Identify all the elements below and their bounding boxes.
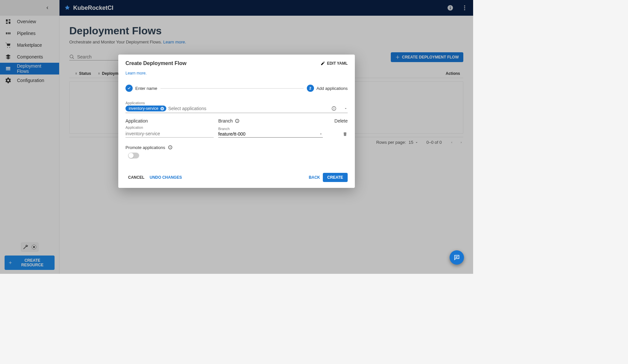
edit-yaml-button[interactable]: EDIT YAML — [321, 61, 348, 66]
chevron-down-icon[interactable] — [344, 107, 348, 110]
step-enter-name[interactable]: Enter name — [125, 85, 157, 92]
applications-trail — [331, 106, 348, 111]
undo-changes-button[interactable]: UNDO CHANGES — [147, 173, 185, 182]
info-icon[interactable] — [331, 106, 337, 111]
check-icon — [127, 86, 131, 90]
step-connector — [160, 88, 303, 89]
promote-toggle[interactable] — [128, 153, 139, 158]
chat-fab[interactable] — [450, 250, 464, 265]
applications-input[interactable] — [168, 106, 329, 111]
svg-rect-20 — [334, 108, 334, 110]
app-row: Application Branch — [125, 125, 348, 138]
back-button[interactable]: BACK — [306, 173, 323, 182]
col-application: Application — [125, 118, 218, 124]
svg-rect-23 — [237, 121, 238, 122]
cancel-button[interactable]: CANCEL — [125, 173, 147, 182]
step-add-applications[interactable]: 2 Add applications — [307, 85, 348, 92]
applications-field: Applications inventory-service — [125, 101, 348, 113]
dialog-title: Create Deployment Flow — [125, 60, 187, 66]
svg-rect-21 — [334, 107, 334, 108]
svg-rect-26 — [170, 147, 171, 148]
row-application-label: Application — [125, 125, 214, 129]
svg-rect-24 — [237, 120, 238, 120]
stepper: Enter name 2 Add applications — [125, 85, 348, 92]
dialog-header: Create Deployment Flow EDIT YAML — [125, 60, 348, 66]
promote-applications: Promote applications — [125, 145, 348, 150]
promote-label: Promote applications — [125, 145, 165, 150]
delete-row-button[interactable] — [342, 131, 348, 138]
trash-icon — [342, 131, 348, 137]
step-number-badge: 2 — [307, 85, 314, 92]
applications-row: inventory-service — [125, 106, 348, 113]
col-branch: Branch — [218, 118, 329, 124]
info-icon[interactable] — [235, 118, 240, 124]
col-delete: Delete — [335, 118, 348, 124]
dialog-actions: CANCEL UNDO CHANGES BACK CREATE — [125, 173, 348, 182]
applications-label: Applications — [125, 101, 348, 105]
info-icon[interactable] — [168, 145, 173, 150]
row-branch-label: Branch — [218, 127, 323, 131]
row-branch-value[interactable] — [218, 131, 319, 137]
row-application-field: Application — [125, 125, 214, 138]
step-check-badge — [125, 85, 133, 92]
chat-icon — [454, 254, 460, 261]
chevron-down-icon — [319, 132, 323, 136]
dialog-learn-more[interactable]: Learn more. — [125, 71, 348, 75]
row-application-value — [125, 130, 214, 138]
columns-header: Application Branch Delete — [125, 118, 348, 124]
remove-chip-icon[interactable] — [160, 107, 164, 111]
svg-rect-27 — [170, 146, 171, 146]
pencil-icon — [321, 61, 325, 66]
create-button[interactable]: CREATE — [323, 173, 348, 182]
row-branch-field: Branch — [218, 127, 323, 138]
application-chip: inventory-service — [125, 106, 166, 111]
row-branch-select[interactable] — [218, 131, 323, 138]
create-deployment-flow-dialog: Create Deployment Flow EDIT YAML Learn m… — [118, 55, 355, 188]
